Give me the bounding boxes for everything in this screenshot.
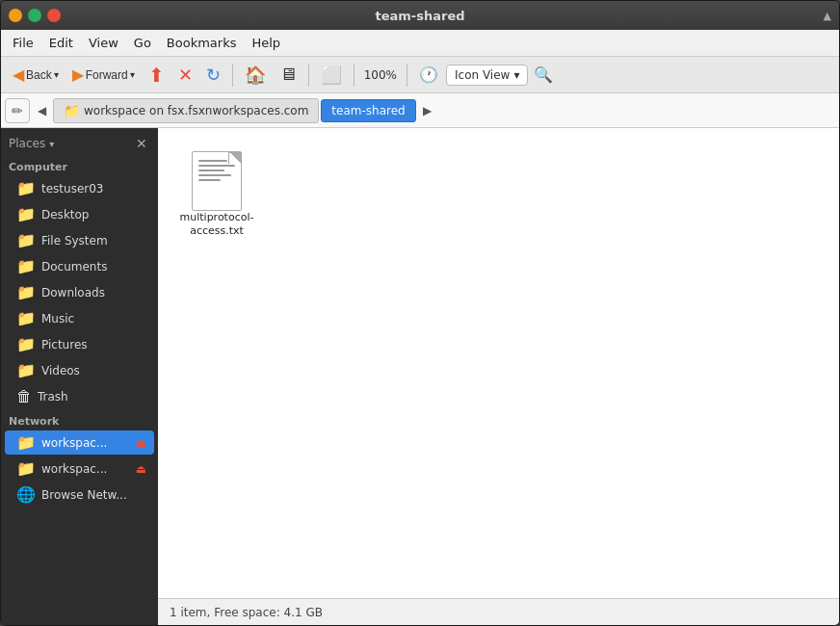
menu-file[interactable]: File — [5, 34, 41, 52]
sidebar-item-music-label: Music — [41, 312, 146, 326]
location-edit-button[interactable]: ✏ — [5, 98, 30, 123]
text-line-4 — [198, 174, 231, 176]
computer-button[interactable]: 🖥 — [274, 61, 302, 89]
sidebar-item-filesystem-label: File System — [41, 234, 146, 248]
sidebar-item-filesystem[interactable]: 📁 File System — [5, 228, 154, 252]
minimize-button[interactable] — [9, 9, 22, 22]
text-line-2 — [198, 165, 235, 167]
menu-help[interactable]: Help — [244, 34, 288, 52]
folder-icon: 📁 — [16, 309, 36, 327]
zoom-level: 100% — [360, 68, 401, 82]
file-name: multiprotocol-access.txt — [177, 211, 256, 239]
locationbar: ✏ ◀ 📁 workspace on fsx.fsxnworkspaces.co… — [1, 93, 839, 128]
forward-button[interactable]: ▶ Forward ▾ — [66, 63, 141, 87]
sidebar-item-browse-network[interactable]: 🌐 Browse Netw... — [5, 483, 154, 507]
workspace-2-left: 📁 workspac... — [16, 459, 107, 478]
separator-3 — [354, 64, 354, 87]
sidebar-item-workspace-1[interactable]: 📁 workspac... ⏏ — [5, 430, 154, 455]
sidebar-item-testuser03-label: testuser03 — [41, 182, 146, 196]
home-icon: 🏠 — [245, 65, 266, 86]
titlebar-right-icon: ▲ — [824, 10, 831, 22]
maximize-button[interactable] — [28, 9, 41, 22]
separator-2 — [308, 64, 309, 87]
text-line-1 — [198, 160, 227, 162]
sidebar-item-music[interactable]: 📁 Music — [5, 306, 154, 330]
menu-edit[interactable]: Edit — [41, 34, 81, 52]
sidebar-item-videos-label: Videos — [41, 364, 146, 378]
back-dropdown-icon: ▾ — [54, 69, 59, 80]
sidebar-close-button[interactable]: ✕ — [133, 136, 150, 151]
folder-small-icon: 📁 — [64, 103, 80, 118]
breadcrumb-item-team-shared[interactable]: team-shared — [321, 99, 415, 122]
sidebar-item-trash[interactable]: 🗑 Trash — [5, 384, 154, 408]
sidebar-item-testuser03[interactable]: 📁 testuser03 — [5, 176, 154, 200]
breadcrumb-prev-button[interactable]: ◀ — [32, 98, 51, 123]
breadcrumb-team-shared-label: team-shared — [331, 104, 405, 117]
view-dropdown-arrow-icon: ▾ — [513, 68, 519, 82]
computer-section-title: Computer — [1, 155, 158, 175]
close-button[interactable] — [47, 9, 61, 22]
computer-icon: 🖥 — [279, 65, 297, 85]
sidebar-item-pictures[interactable]: 📁 Pictures — [5, 332, 154, 356]
back-button[interactable]: ◀ Back ▾ — [7, 63, 65, 87]
network-folder-icon-2: 📁 — [16, 459, 36, 478]
window-controls — [9, 9, 61, 22]
forward-dropdown-icon: ▾ — [130, 69, 135, 80]
sidebar-header: Places ▾ ✕ — [1, 128, 158, 155]
search-icon: 🔍 — [534, 65, 553, 84]
toolbar: ◀ Back ▾ ▶ Forward ▾ ⬆ ✕ ↻ 🏠 🖥 ⬜ — [1, 57, 839, 93]
menu-bookmarks[interactable]: Bookmarks — [159, 34, 245, 52]
home-button[interactable]: 🏠 — [239, 61, 272, 90]
main-window: team-shared ▲ File Edit View Go Bookmark… — [0, 0, 840, 626]
sidebar-item-trash-label: Trash — [38, 390, 146, 404]
menu-view[interactable]: View — [81, 34, 126, 52]
browse-network-icon: 🌐 — [16, 485, 36, 504]
menu-go[interactable]: Go — [126, 34, 159, 52]
breadcrumb-item-workspace[interactable]: 📁 workspace on fsx.fsxnworkspaces.com — [53, 98, 319, 123]
up-button[interactable]: ⬆ — [143, 60, 171, 91]
sidebar-item-workspace-2[interactable]: 📁 workspac... ⏏ — [5, 456, 154, 481]
sidebar-item-downloads[interactable]: 📁 Downloads — [5, 280, 154, 304]
back-label: Back — [26, 68, 52, 82]
view-dropdown[interactable]: Icon View ▾ — [446, 65, 528, 86]
content-area: Places ▾ ✕ Computer 📁 testuser03 📁 Deskt… — [1, 128, 839, 625]
text-line-5 — [198, 179, 221, 181]
places-text: Places — [9, 137, 45, 150]
titlebar-right: ▲ — [824, 10, 831, 22]
breadcrumb-next-button[interactable]: ▶ — [418, 98, 437, 123]
back-arrow-icon: ◀ — [13, 65, 24, 84]
pencil-icon: ✏ — [12, 103, 23, 118]
sidebar-item-documents[interactable]: 📁 Documents — [5, 254, 154, 278]
view-dropdown-label: Icon View — [455, 68, 510, 82]
new-tab-icon: ⬜ — [321, 65, 342, 86]
history-button[interactable]: 🕐 — [413, 62, 444, 88]
status-text: 1 item, Free space: 4.1 GB — [170, 606, 323, 619]
sidebar: Places ▾ ✕ Computer 📁 testuser03 📁 Deskt… — [1, 128, 158, 625]
network-folder-icon: 📁 — [16, 433, 36, 452]
eject-icon-2: ⏏ — [136, 462, 146, 476]
separator-4 — [407, 64, 407, 87]
reload-icon: ↻ — [206, 65, 221, 86]
search-button[interactable]: 🔍 — [530, 62, 557, 89]
forward-label: Forward — [86, 68, 128, 82]
stop-icon: ✕ — [178, 65, 193, 86]
sidebar-item-pictures-label: Pictures — [41, 338, 146, 352]
new-tab-button[interactable]: ⬜ — [315, 61, 348, 90]
menubar: File Edit View Go Bookmarks Help — [1, 30, 839, 57]
reload-button[interactable]: ↻ — [200, 61, 226, 90]
up-arrow-icon: ⬆ — [148, 64, 165, 87]
list-item[interactable]: multiprotocol-access.txt — [173, 143, 260, 247]
sidebar-item-desktop[interactable]: 📁 Desktop — [5, 202, 154, 226]
sidebar-item-workspace2-label: workspac... — [41, 462, 107, 476]
file-grid: multiprotocol-access.txt — [158, 128, 839, 598]
folder-icon: 📁 — [16, 257, 36, 275]
text-line-3 — [198, 170, 224, 171]
sidebar-item-videos[interactable]: 📁 Videos — [5, 358, 154, 382]
places-dropdown-icon: ▾ — [49, 139, 54, 149]
file-view: multiprotocol-access.txt 1 item, Free sp… — [158, 128, 839, 625]
breadcrumb-workspace-label: workspace on fsx.fsxnworkspaces.com — [84, 104, 308, 117]
titlebar: team-shared ▲ — [1, 1, 839, 30]
stop-button[interactable]: ✕ — [172, 61, 198, 90]
folder-icon: 📁 — [16, 283, 36, 301]
places-label: Places ▾ — [9, 137, 54, 150]
